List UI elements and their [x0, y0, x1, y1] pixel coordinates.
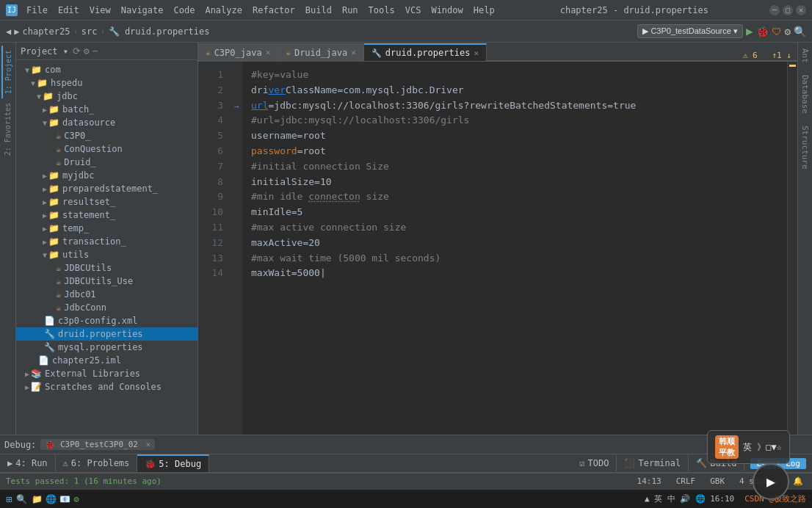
tree-item-scratches[interactable]: ▶ 📝 Scratches and Consoles [16, 380, 197, 393]
tab-c3p0[interactable]: ☕ C3P0_java ✕ [198, 43, 278, 61]
menu-file[interactable]: File [22, 4, 52, 17]
debug-close[interactable]: ✕ [146, 440, 151, 449]
tree-item-iml[interactable]: 📄 chapter25.iml [16, 354, 197, 367]
menu-vcs[interactable]: VCS [401, 4, 426, 17]
java-icon2: ☕ [286, 48, 291, 57]
app-icon-3[interactable]: 📧 [59, 494, 70, 504]
tree-item-prepared[interactable]: ▶ 📁 preparedstatement_ [16, 182, 197, 195]
tree-item-druid-props[interactable]: 🔧 druid.properties [16, 327, 197, 341]
tree-item-utils[interactable]: ▼ 📁 utils [16, 248, 197, 261]
settings-button[interactable]: ⚙ [785, 26, 791, 37]
window-controls: ─ □ ✕ [769, 5, 806, 15]
tree-item-datasource[interactable]: ▼ 📁 datasource [16, 116, 197, 129]
tree-item-jdbcutils-use[interactable]: ☕ JDBCUtils_Use [16, 275, 197, 288]
windows-icon[interactable]: ⊞ [6, 493, 12, 505]
play-overlay[interactable]: ▶ [753, 463, 789, 500]
run-button[interactable]: ▶ [746, 24, 753, 38]
nav-forward[interactable]: ▶ [14, 26, 19, 37]
app-icon: IJ [6, 4, 18, 16]
tab-problems[interactable]: ⚠ 6: Problems [56, 455, 138, 471]
tree-item-jdbcconn[interactable]: ☕ JdbcConn [16, 301, 197, 314]
hide-icon[interactable]: − [93, 46, 98, 57]
editor[interactable]: 1 2 3 4 5 6 7 8 9 10 11 12 13 14 → [198, 62, 797, 435]
debug-label: Debug: [4, 440, 36, 450]
rs-database[interactable]: Database [799, 72, 811, 117]
time-status[interactable]: 14:13 [634, 476, 664, 486]
tree-item-conquestion[interactable]: ☕ ConQuestion [16, 142, 197, 156]
tab-run[interactable]: ▶ 4: Run [0, 455, 56, 471]
rs-structure[interactable]: Structure [799, 123, 811, 173]
tab-druid-java-label: Druid_java [294, 48, 347, 58]
tree-item-jdbc01[interactable]: ☕ Jdbc01 [16, 288, 197, 301]
menu-analyze[interactable]: Analyze [200, 4, 247, 17]
debug-button[interactable]: 🐞 [756, 26, 769, 37]
menu-refactor[interactable]: Refactor [248, 4, 300, 17]
run-config-dropdown[interactable]: ▶ C3P0_testDataSource ▾ [637, 24, 743, 38]
gear-icon[interactable]: ⚙ [84, 46, 90, 57]
tree-item-ext-libs[interactable]: ▶ 📚 External Libraries [16, 367, 197, 380]
tree-item-mysql-props[interactable]: 🔧 mysql.properties [16, 341, 197, 354]
tree-item-myjdbc[interactable]: ▶ 📁 myjdbc [16, 169, 197, 182]
tree-item-druid[interactable]: ☕ Druid_ [16, 156, 197, 169]
terminal-icon: ⬛ [624, 458, 635, 468]
notification-icon[interactable]: 🔔 [790, 476, 806, 486]
tab-todo[interactable]: ☑ TODO [572, 455, 617, 471]
breadcrumb-file[interactable]: 🔧 druid.properties [109, 26, 210, 37]
close-button[interactable]: ✕ [796, 5, 806, 15]
nav-back[interactable]: ◀ [6, 26, 11, 37]
search-bar[interactable]: 🔍 [16, 494, 27, 504]
tab-druid-java-close[interactable]: ✕ [351, 48, 356, 57]
lv-tab-favorites[interactable]: 2: Favorites [2, 98, 13, 160]
tree-item-c3p0[interactable]: ☕ C3P0_ [16, 129, 197, 142]
tree-item-resultset[interactable]: ▶ 📁 resultset_ [16, 195, 197, 208]
tree-item-c3p0-xml[interactable]: 📄 c3p0-config.xml [16, 314, 197, 327]
code-editor[interactable]: #key=value driverClassName=com.mysql.jdb… [242, 62, 787, 435]
app-icon-2[interactable]: 🌐 [46, 494, 57, 504]
tree-item-hspedu[interactable]: ▼ 📁 hspedu [16, 76, 197, 90]
tab-druid-java[interactable]: ☕ Druid_java ✕ [278, 43, 364, 61]
sidebar-title: Project ▾ [21, 46, 68, 57]
tab-c3p0-label: C3P0_java [214, 48, 262, 58]
menu-build[interactable]: Build [301, 4, 336, 17]
tree-item-jdbcutils[interactable]: ☕ JDBCUtils [16, 261, 197, 275]
tree-item-transaction[interactable]: ▶ 📁 transaction_ [16, 235, 197, 248]
menu-window[interactable]: Window [427, 4, 467, 17]
code-line-9: #min idle connecton size [251, 189, 778, 205]
menu-edit[interactable]: Edit [54, 4, 84, 17]
lv-tab-project[interactable]: 1: Project [1, 46, 14, 98]
breadcrumb-src[interactable]: src [81, 26, 98, 37]
tab-druid-props-close[interactable]: ✕ [474, 48, 479, 58]
tab-c3p0-close[interactable]: ✕ [266, 48, 271, 57]
maximize-button[interactable]: □ [783, 5, 793, 15]
tree-item-jdbc[interactable]: ▼ 📁 jdbc [16, 90, 197, 103]
tree-item-com[interactable]: ▼ 📁 com [16, 63, 197, 76]
search-button[interactable]: 🔍 [794, 26, 806, 37]
tree-item-temp[interactable]: ▶ 📁 temp_ [16, 222, 197, 235]
right-sidebar: Ant Database Structure [797, 43, 812, 435]
app-icon-4[interactable]: ⚙ [73, 494, 79, 504]
debug-config[interactable]: 🐞 C3P0_testC3P0_02 ✕ [40, 439, 155, 450]
clock: 16:10 [710, 494, 734, 504]
menu-view[interactable]: View [85, 4, 115, 17]
app-icon-1[interactable]: 📁 [32, 494, 43, 504]
menu-navigate[interactable]: Navigate [117, 4, 168, 17]
menu-run[interactable]: Run [338, 4, 363, 17]
rs-ant[interactable]: Ant [799, 46, 811, 66]
line-sep-status[interactable]: CRLF [673, 476, 699, 486]
menu-tools[interactable]: Tools [364, 4, 399, 17]
encoding-status[interactable]: GBK [707, 476, 728, 486]
sync-icon[interactable]: ⟳ [73, 46, 81, 57]
run-icon: ▶ [7, 458, 12, 468]
tree-item-statement[interactable]: ▶ 📁 statement_ [16, 208, 197, 222]
minimize-button[interactable]: ─ [769, 5, 780, 15]
bottom-tabs-bar: ▶ 4: Run ⚠ 6: Problems 🐞 5: Debug ☑ TODO… [0, 454, 812, 473]
tab-druid-props[interactable]: 🔧 druid.properties ✕ [364, 43, 487, 61]
coverage-button[interactable]: 🛡 [772, 26, 782, 37]
tab-debug[interactable]: 🐞 5: Debug [137, 454, 209, 472]
tree-item-batch[interactable]: ▶ 📁 batch_ [16, 103, 197, 116]
breadcrumb-project[interactable]: chapter25 [22, 26, 70, 37]
tab-terminal[interactable]: ⬛ Terminal [617, 455, 689, 471]
menu-help[interactable]: Help [469, 4, 499, 17]
menu-code[interactable]: Code [170, 4, 200, 17]
build-icon: 🔨 [696, 458, 707, 468]
